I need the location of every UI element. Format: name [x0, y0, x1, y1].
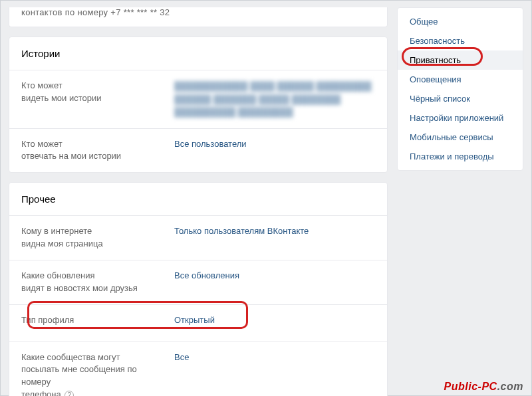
- row-who-replies-stories[interactable]: Кто может отвечать на мои истории Все по…: [9, 129, 387, 173]
- row-value[interactable]: Открытый: [174, 314, 375, 326]
- label-part1: видят: [21, 283, 47, 293]
- label-line2: видна моя страница: [21, 239, 103, 248]
- row-profile-type[interactable]: Тип профиля Открытый: [9, 305, 387, 342]
- sidebar-item-notifications[interactable]: Оповещения: [398, 70, 523, 89]
- value-link[interactable]: Открытый: [174, 315, 215, 325]
- row-value[interactable]: Только пользователям ВКонтакте: [174, 225, 375, 237]
- watermark: Public-PC.com: [444, 381, 523, 393]
- row-value[interactable]: Все: [174, 351, 375, 363]
- label-line1: Какие обновления: [21, 270, 95, 280]
- phone-prefix: контактов по номеру +7: [21, 7, 121, 17]
- phone-mask: *** *** **: [121, 7, 158, 17]
- label-line2: отвечать на мои истории: [21, 151, 121, 161]
- row-label: Кто может видеть мои истории: [21, 80, 161, 105]
- sidebar-item-mobile[interactable]: Мобильные сервисы: [398, 128, 523, 147]
- label-line1: Кто может: [21, 139, 63, 149]
- row-news-updates[interactable]: Какие обновления видят в новостях мои др…: [9, 260, 387, 305]
- row-page-visibility[interactable]: Кому в интернете видна моя страница Толь…: [9, 216, 387, 260]
- label-line2: видеть мои истории: [21, 93, 102, 103]
- card-contacts-partial: контактов по номеру +7 *** *** ** 32: [9, 7, 388, 27]
- phone-row: контактов по номеру +7 *** *** ** 32: [9, 7, 387, 27]
- value-link[interactable]: Все пользователи: [174, 139, 247, 149]
- sidebar-item-general[interactable]: Общее: [398, 12, 523, 31]
- label-line1: Кому в интернете: [21, 226, 92, 236]
- row-communities-messages[interactable]: Какие сообщества могут посылать мне сооб…: [9, 342, 387, 396]
- label-line3: телефона: [21, 389, 61, 396]
- row-label: Кто может отвечать на мои истории: [21, 138, 161, 163]
- phone-text: контактов по номеру +7 *** *** ** 32: [21, 7, 170, 17]
- section-title-other: Прочее: [9, 183, 387, 216]
- label-line2: в новостях мои друзья: [47, 283, 138, 293]
- value-link[interactable]: Все обновления: [174, 270, 239, 280]
- row-label: Какие сообщества могут посылать мне сооб…: [21, 351, 161, 396]
- label-line1: Кто может: [21, 80, 63, 90]
- row-label: Какие обновления видят в новостях мои др…: [21, 270, 161, 295]
- value-link[interactable]: Все: [174, 352, 189, 362]
- value-link[interactable]: Только пользователям ВКонтакте: [174, 226, 309, 236]
- sidebar-item-security[interactable]: Безопасность: [398, 31, 523, 50]
- sidebar-item-privacy[interactable]: Приватность: [398, 50, 523, 70]
- sidebar-item-blacklist[interactable]: Чёрный список: [398, 89, 523, 108]
- label-bold: мне сообщения: [62, 364, 125, 374]
- sidebar-item-app-settings[interactable]: Настройки приложений: [398, 108, 523, 128]
- card-other: Прочее Кому в интернете видна моя страни…: [9, 182, 388, 396]
- main-content: контактов по номеру +7 *** *** ** 32 Ист…: [9, 7, 388, 396]
- card-stories: Истории Кто может видеть мои истории ███…: [9, 37, 388, 173]
- label-line1: Тип профиля: [21, 315, 74, 325]
- watermark-gray: .com: [497, 381, 523, 392]
- label-line1: Какие сообщества могут: [21, 352, 120, 362]
- row-label: Кому в интернете видна моя страница: [21, 225, 161, 250]
- row-value-blurred[interactable]: ████████████ ████ ██████ █████████ █████…: [174, 80, 375, 119]
- sidebar-item-payments[interactable]: Платежи и переводы: [398, 147, 523, 166]
- label-part1: посылать: [21, 364, 62, 374]
- phone-suffix: 32: [157, 7, 170, 17]
- row-label: Тип профиля: [21, 314, 161, 327]
- row-value[interactable]: Все обновления: [174, 270, 375, 282]
- row-who-sees-stories[interactable]: Кто может видеть мои истории ███████████…: [9, 70, 387, 129]
- help-icon[interactable]: ?: [65, 391, 74, 396]
- watermark-red: Public-PC: [444, 381, 497, 392]
- settings-sidebar: Общее Безопасность Приватность Оповещени…: [397, 7, 523, 171]
- section-title-stories: Истории: [9, 37, 387, 70]
- row-value[interactable]: Все пользователи: [174, 138, 375, 150]
